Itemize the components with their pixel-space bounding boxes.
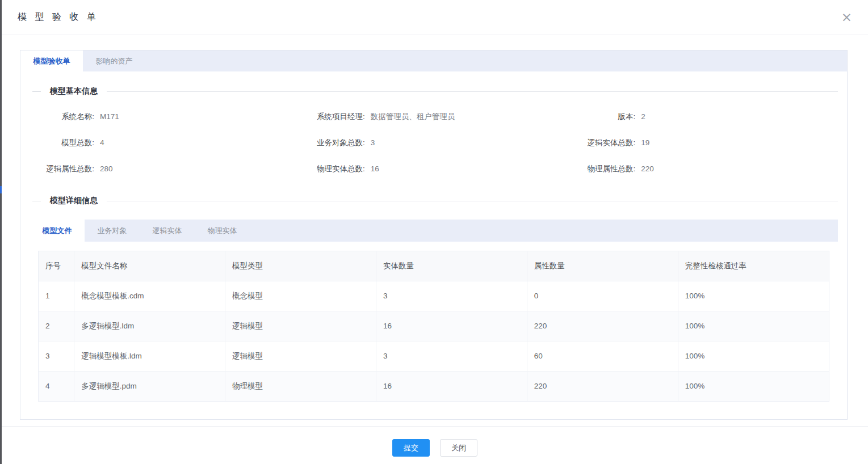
cell-pass-rate: 100% xyxy=(678,341,829,371)
field-system-name: 系统名称: M171 xyxy=(27,111,298,122)
basic-info-grid: 系统名称: M171 系统项目经理: 数据管理员、租户管理员 版本: 2 模型总… xyxy=(27,111,839,174)
cell-seq: 1 xyxy=(39,281,74,311)
field-physical-entity-total: 物理实体总数: 16 xyxy=(298,163,569,174)
cell-entity-count: 3 xyxy=(376,341,527,371)
field-value: M171 xyxy=(100,111,119,122)
background-page-edge xyxy=(0,0,2,464)
model-acceptance-dialog: 模 型 验 收 单 × 模型验收单 影响的资产 模型基本信息 系统名称: xyxy=(2,0,868,464)
divider-rule xyxy=(107,201,838,201)
dialog-title: 模 型 验 收 单 xyxy=(18,11,99,23)
cell-file-name: 多逻辑模型.pdm xyxy=(74,371,225,401)
field-label: 模型总数: xyxy=(27,137,94,148)
detail-info-section-header: 模型详细信息 xyxy=(27,196,839,206)
tab-model-files[interactable]: 模型文件 xyxy=(30,220,85,242)
cell-attr-count: 220 xyxy=(527,311,678,341)
tab-model-acceptance-form[interactable]: 模型验收单 xyxy=(20,50,83,71)
field-value: 16 xyxy=(371,163,379,174)
cell-attr-count: 60 xyxy=(527,341,678,371)
field-logical-attr-total: 逻辑属性总数: 280 xyxy=(27,163,298,174)
background-page-accent xyxy=(0,186,2,193)
tab-panel: 模型基本信息 系统名称: M171 系统项目经理: 数据管理员、租户管理员 版本… xyxy=(20,71,847,419)
field-label: 业务对象总数: xyxy=(298,137,365,148)
dialog-footer: 提交 关闭 xyxy=(2,426,868,464)
cell-entity-count: 16 xyxy=(376,311,527,341)
field-label: 版本: xyxy=(568,111,635,122)
table-row: 4 多逻辑模型.pdm 物理模型 16 220 100% xyxy=(39,371,829,401)
model-files-table: 序号 模型文件名称 模型类型 实体数量 属性数量 完整性检核通过率 1 xyxy=(38,251,829,402)
cell-pass-rate: 100% xyxy=(678,371,829,401)
cell-entity-count: 16 xyxy=(376,371,527,401)
cell-model-type: 概念模型 xyxy=(225,281,376,311)
field-value: 220 xyxy=(641,163,654,174)
close-icon[interactable]: × xyxy=(841,11,852,24)
field-business-object-total: 业务对象总数: 3 xyxy=(298,137,569,148)
field-value: 19 xyxy=(641,137,649,148)
field-value: 4 xyxy=(100,137,104,148)
cell-entity-count: 3 xyxy=(376,281,527,311)
basic-info-section-title: 模型基本信息 xyxy=(50,86,98,96)
col-header-entity-count: 实体数量 xyxy=(376,251,527,281)
cell-attr-count: 0 xyxy=(527,281,678,311)
tab-business-objects[interactable]: 业务对象 xyxy=(85,220,140,242)
dialog-header: 模 型 验 收 单 × xyxy=(2,0,868,35)
detail-tabs: 模型文件 业务对象 逻辑实体 物理实体 xyxy=(30,220,838,242)
field-label: 系统名称: xyxy=(27,111,94,122)
field-value: 2 xyxy=(641,111,645,122)
field-model-total: 模型总数: 4 xyxy=(27,137,298,148)
field-label: 物理实体总数: xyxy=(298,163,365,174)
cell-file-name: 逻辑模型模板.ldm xyxy=(74,341,225,371)
field-physical-attr-total: 物理属性总数: 220 xyxy=(568,163,839,174)
divider-dash xyxy=(32,91,41,92)
cell-file-name: 多逻辑模型.ldm xyxy=(74,311,225,341)
field-label: 逻辑属性总数: xyxy=(27,163,94,174)
col-header-attr-count: 属性数量 xyxy=(527,251,678,281)
tab-affected-assets[interactable]: 影响的资产 xyxy=(83,50,145,71)
divider-dash xyxy=(32,201,41,201)
table-header-row: 序号 模型文件名称 模型类型 实体数量 属性数量 完整性检核通过率 xyxy=(39,251,829,281)
field-label: 物理属性总数: xyxy=(568,163,635,174)
field-value: 3 xyxy=(371,137,375,148)
cell-pass-rate: 100% xyxy=(678,311,829,341)
close-button[interactable]: 关闭 xyxy=(440,439,477,457)
cell-model-type: 逻辑模型 xyxy=(225,311,376,341)
cell-model-type: 逻辑模型 xyxy=(225,341,376,371)
field-version: 版本: 2 xyxy=(568,111,839,122)
field-label: 系统项目经理: xyxy=(298,111,365,122)
field-label: 逻辑实体总数: xyxy=(568,137,635,148)
table-row: 1 概念模型模板.cdm 概念模型 3 0 100% xyxy=(39,281,829,311)
cell-pass-rate: 100% xyxy=(678,281,829,311)
col-header-seq: 序号 xyxy=(39,251,74,281)
field-logical-entity-total: 逻辑实体总数: 19 xyxy=(568,137,839,148)
content-card: 模型验收单 影响的资产 模型基本信息 系统名称: M171 系统项目经理: xyxy=(20,50,848,420)
cell-seq: 2 xyxy=(39,311,74,341)
tab-logical-entities[interactable]: 逻辑实体 xyxy=(140,220,195,242)
field-value: 280 xyxy=(100,163,113,174)
cell-attr-count: 220 xyxy=(527,371,678,401)
cell-file-name: 概念模型模板.cdm xyxy=(74,281,225,311)
divider-rule xyxy=(107,91,838,92)
table-row: 3 逻辑模型模板.ldm 逻辑模型 3 60 100% xyxy=(39,341,829,371)
dialog-body: 模型验收单 影响的资产 模型基本信息 系统名称: M171 系统项目经理: xyxy=(2,35,868,426)
cell-model-type: 物理模型 xyxy=(225,371,376,401)
col-header-file-name: 模型文件名称 xyxy=(74,251,225,281)
cell-seq: 3 xyxy=(39,341,74,371)
main-tabs: 模型验收单 影响的资产 xyxy=(20,50,847,71)
field-value: 数据管理员、租户管理员 xyxy=(371,111,455,122)
col-header-model-type: 模型类型 xyxy=(225,251,376,281)
cell-seq: 4 xyxy=(39,371,74,401)
col-header-pass-rate: 完整性检核通过率 xyxy=(678,251,829,281)
field-project-manager: 系统项目经理: 数据管理员、租户管理员 xyxy=(298,111,569,122)
detail-info-section-title: 模型详细信息 xyxy=(50,196,98,206)
submit-button[interactable]: 提交 xyxy=(392,439,430,457)
table-row: 2 多逻辑模型.ldm 逻辑模型 16 220 100% xyxy=(39,311,829,341)
tab-physical-entities[interactable]: 物理实体 xyxy=(195,220,250,242)
basic-info-section-header: 模型基本信息 xyxy=(27,86,839,96)
